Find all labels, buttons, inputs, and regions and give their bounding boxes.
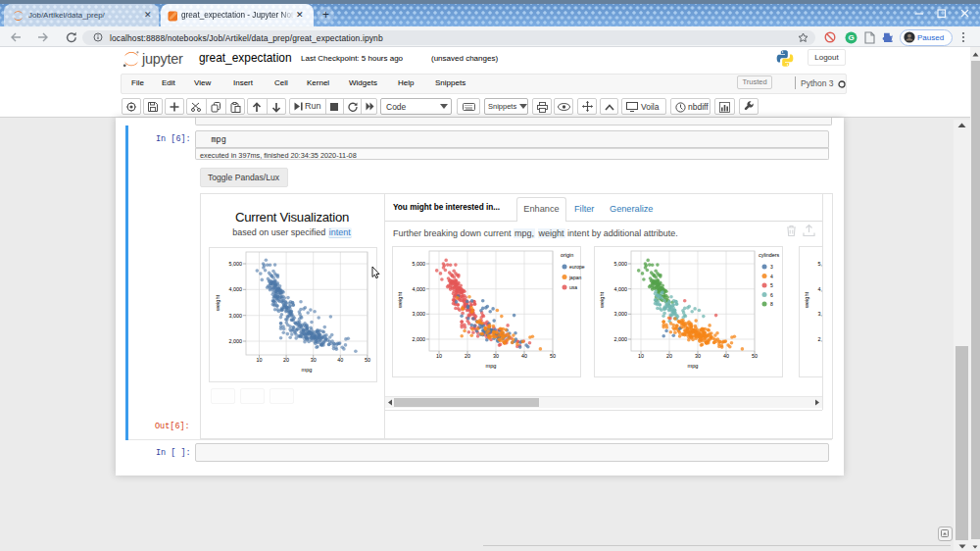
svg-text:5,: 5,	[818, 261, 823, 267]
svg-text:usa: usa	[569, 284, 577, 290]
svg-text:europe: europe	[569, 264, 585, 270]
svg-text:40: 40	[521, 353, 527, 359]
svg-text:4,000: 4,000	[614, 286, 628, 292]
svg-text:japan: japan	[568, 275, 581, 280]
svg-text:30: 30	[493, 353, 499, 359]
svg-text:5,000: 5,000	[412, 261, 425, 267]
svg-text:40: 40	[723, 353, 729, 359]
svg-text:G: G	[848, 33, 854, 42]
svg-text:3,000: 3,000	[412, 311, 425, 317]
svg-text:2,000: 2,000	[228, 338, 242, 344]
svg-text:20: 20	[283, 357, 289, 363]
svg-text:3,: 3,	[818, 311, 823, 317]
svg-text:origin: origin	[561, 252, 573, 258]
svg-text:cylinders: cylinders	[759, 252, 780, 258]
svg-text:3,000: 3,000	[614, 311, 628, 317]
svg-text:40: 40	[337, 357, 343, 363]
svg-text:10: 10	[638, 353, 644, 359]
svg-text:5,000: 5,000	[614, 261, 628, 267]
svg-text:2,000: 2,000	[614, 336, 628, 342]
svg-text:4,000: 4,000	[228, 286, 242, 292]
svg-text:30: 30	[310, 357, 316, 363]
svg-text:2,: 2,	[818, 336, 823, 342]
svg-text:4,000: 4,000	[412, 286, 425, 292]
svg-text:weight: weight	[397, 291, 403, 309]
svg-text:2,000: 2,000	[412, 336, 425, 342]
svg-text:3: 3	[770, 264, 773, 270]
svg-text:8: 8	[770, 301, 773, 307]
svg-text:20: 20	[666, 353, 672, 359]
svg-text:weight: weight	[215, 294, 220, 312]
svg-text:3,000: 3,000	[228, 312, 242, 318]
svg-text:5,000: 5,000	[228, 261, 242, 267]
svg-text:30: 30	[695, 353, 701, 359]
svg-text:10: 10	[256, 357, 262, 363]
svg-text:20: 20	[465, 353, 470, 359]
svg-text:5: 5	[770, 282, 773, 288]
svg-text:weight: weight	[599, 291, 605, 309]
svg-text:mpg: mpg	[485, 363, 496, 369]
svg-text:mpg: mpg	[688, 363, 699, 369]
svg-text:4: 4	[770, 274, 773, 279]
svg-text:50: 50	[364, 357, 369, 363]
svg-text:50: 50	[550, 353, 556, 359]
svg-text:4,: 4,	[818, 286, 823, 292]
svg-text:6: 6	[770, 292, 773, 298]
svg-text:weight: weight	[804, 291, 809, 309]
svg-text:50: 50	[752, 353, 758, 359]
svg-text:10: 10	[436, 353, 442, 359]
svg-text:mpg: mpg	[301, 367, 312, 373]
